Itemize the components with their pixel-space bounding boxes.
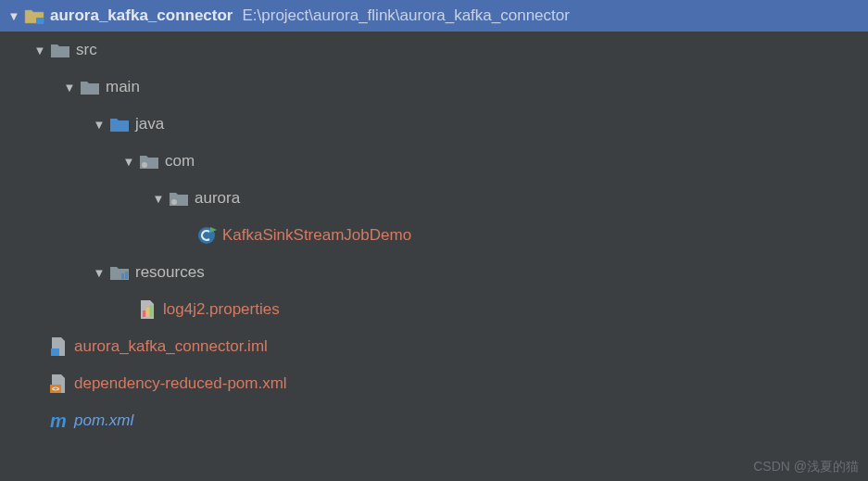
node-label: com [165,152,195,171]
svg-rect-7 [143,310,145,317]
folder-icon [50,40,70,60]
chevron-down-icon: ▼ [120,155,137,169]
tree-row-project-root[interactable]: ▼ aurora_kafka_connector E:\project\auro… [0,0,868,32]
tree-row-aurora[interactable]: ▼ aurora [0,180,868,217]
maven-pom-icon: m [48,411,69,431]
node-label: main [106,78,140,96]
package-icon [139,151,159,171]
chevron-down-icon: ▼ [6,9,22,23]
chevron-down-icon: ▼ [91,266,107,280]
node-label: KafkaSinkStreamJobDemo [222,226,411,245]
module-folder-icon [24,6,44,26]
tree-row-java[interactable]: ▼ java [0,106,868,143]
svg-point-1 [142,162,147,168]
tree-row-com[interactable]: ▼ com [0,143,868,180]
tree-row-main[interactable]: ▼ main [0,69,868,106]
tree-row-class-demo[interactable]: KafkaSinkStreamJobDemo [0,217,868,254]
watermark-text: CSDN @浅夏的猫 [753,459,859,475]
chevron-down-icon: ▼ [150,192,167,206]
tree-row-log4j2[interactable]: log4j2.properties [0,291,868,328]
tree-row-iml[interactable]: aurora_kafka_connector.iml [0,328,868,365]
project-root-label: aurora_kafka_connector E:\project\aurora… [50,6,570,25]
node-label: aurora_kafka_connector.iml [74,337,268,356]
svg-rect-9 [150,305,153,317]
svg-rect-0 [36,18,44,24]
resources-folder-icon [109,262,130,283]
chevron-down-icon: ▼ [31,44,48,57]
node-label: pom.xml [74,411,133,430]
node-label: aurora [195,189,240,208]
chevron-down-icon: ▼ [91,118,107,132]
node-label: java [135,115,164,133]
properties-file-icon [137,299,157,320]
tree-row-resources[interactable]: ▼ resources [0,254,868,291]
svg-text:<>: <> [52,386,59,392]
class-runnable-icon [196,225,217,246]
node-label: src [76,41,97,59]
tree-row-dep-pom[interactable]: <> dependency-reduced-pom.xml [0,365,868,402]
chevron-down-icon: ▼ [61,81,78,95]
svg-rect-5 [121,273,124,279]
source-folder-icon [109,114,130,134]
node-label: resources [135,263,205,282]
folder-icon [80,77,100,97]
svg-rect-8 [146,308,149,317]
xml-file-icon: <> [48,373,69,394]
tree-row-pom[interactable]: m pom.xml [0,402,868,439]
svg-rect-10 [51,348,59,356]
iml-file-icon [48,336,69,357]
package-icon [169,188,189,209]
node-label: dependency-reduced-pom.xml [74,374,287,393]
svg-point-2 [171,199,177,205]
node-label: log4j2.properties [163,300,280,319]
svg-text:m: m [50,411,67,431]
svg-rect-6 [125,272,128,279]
tree-row-src[interactable]: ▼ src [0,32,868,69]
